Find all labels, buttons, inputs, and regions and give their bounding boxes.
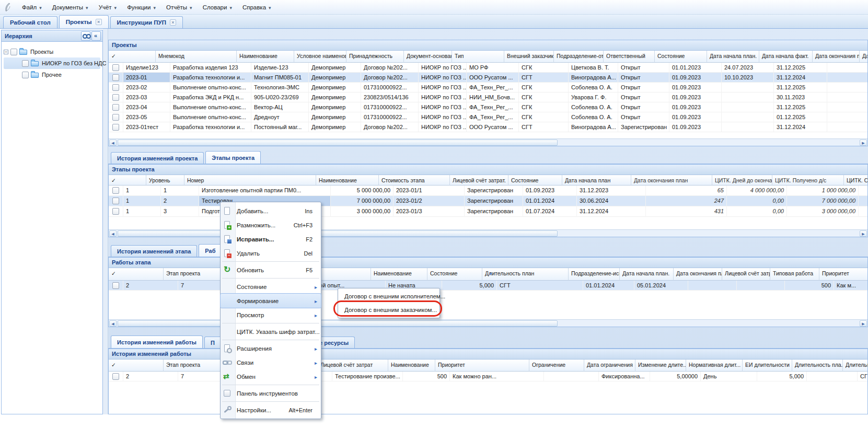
context-menu-item[interactable]: Обмен: [221, 369, 321, 384]
context-menu-item[interactable]: Удалить Del: [221, 246, 321, 260]
window-tab[interactable]: Проекты: [59, 15, 109, 28]
column-header[interactable]: Внешний заказчик: [504, 51, 554, 63]
context-menu-item[interactable]: Связи: [221, 355, 321, 369]
column-header[interactable]: Мнемокод: [156, 51, 237, 63]
search-binoculars-icon[interactable]: [81, 31, 90, 41]
column-header[interactable]: ЦИТК. Получено д/с: [772, 175, 844, 186]
column-header[interactable]: ЦИТК. Осталось получить д/с: [844, 175, 868, 186]
row-checkbox-cell[interactable]: [109, 372, 123, 381]
row-checkbox[interactable]: [112, 64, 119, 71]
column-header[interactable]: Наименование: [316, 175, 379, 186]
column-menu-arrow-icon[interactable]: [488, 271, 494, 277]
context-menu-item[interactable]: Расширения: [221, 341, 321, 355]
menubar-item[interactable]: Документы: [47, 2, 94, 13]
menubar-item[interactable]: Словари: [198, 2, 237, 13]
tree-node-checkbox[interactable]: [22, 72, 29, 78]
column-header[interactable]: ЦИТК. Дней до окончания: [712, 175, 772, 186]
column-header[interactable]: Условное наименова: [294, 51, 346, 63]
scrollbar-thumb[interactable]: [118, 230, 558, 237]
context-menu-item[interactable]: Просмотр: [221, 308, 321, 322]
column-header[interactable]: Ответственный: [604, 51, 655, 63]
context-menu-item[interactable]: Настройки... Alt+Enter: [221, 403, 321, 417]
column-header[interactable]: Документ-основан: [404, 51, 452, 63]
tree-node[interactable]: Прочее: [4, 69, 100, 80]
column-header[interactable]: Дата начала план: [562, 175, 631, 186]
column-header[interactable]: Этап проекта: [164, 268, 229, 281]
horizontal-scrollbar[interactable]: [109, 138, 867, 146]
table-row[interactable]: 2023-04Выполнение опытно-конс... Вектор-…: [109, 102, 867, 112]
scroll-left-icon[interactable]: [109, 230, 117, 237]
column-header[interactable]: Дата окончания план: [674, 268, 722, 281]
column-header[interactable]: Подразделение-от: [554, 51, 604, 63]
row-checkbox[interactable]: [112, 74, 119, 81]
column-header[interactable]: Длительность пла...: [792, 360, 843, 372]
table-row[interactable]: 11 Изготовление опытной партии ПМ0...5 0…: [109, 186, 867, 196]
context-menu-item[interactable]: Добавить... Ins: [221, 204, 321, 218]
context-menu-item[interactable]: Формирование: [221, 294, 321, 308]
tab-close-icon[interactable]: [96, 19, 102, 25]
row-checkbox-cell[interactable]: [109, 102, 123, 112]
column-header[interactable]: Типовая работа: [770, 268, 819, 281]
row-checkbox-cell[interactable]: [109, 206, 123, 217]
column-header[interactable]: Состояние: [508, 175, 562, 186]
column-header[interactable]: Дата окончания пл: [813, 51, 860, 63]
table-row[interactable]: 2023-01Разработка технологии и... Магнит…: [109, 73, 867, 83]
window-tab[interactable]: Рабочий стол: [3, 16, 57, 28]
column-header[interactable]: Дата оконча: [860, 51, 868, 63]
row-checkbox-cell[interactable]: [109, 281, 123, 291]
row-checkbox[interactable]: [112, 208, 119, 215]
section-tab[interactable]: История изменений проекта: [111, 152, 204, 164]
column-header[interactable]: Принадлежность: [346, 51, 404, 63]
column-header[interactable]: Подразделение-исполнитель..: [569, 268, 620, 281]
tree-node[interactable]: Проекты: [4, 46, 100, 57]
context-menu-item[interactable]: Обновить F5: [221, 263, 321, 277]
column-header[interactable]: Дата окончания план: [631, 175, 712, 186]
column-header[interactable]: Тип: [452, 51, 504, 63]
context-menu-item[interactable]: Состояние: [221, 280, 321, 294]
row-checkbox-cell[interactable]: [109, 92, 123, 102]
row-checkbox-cell[interactable]: [109, 63, 123, 73]
context-menu-item[interactable]: Панель инструментов: [221, 386, 321, 400]
column-header[interactable]: Ограничение: [529, 360, 584, 372]
row-checkbox[interactable]: [112, 104, 119, 111]
column-header[interactable]: Стоимость этапа: [379, 175, 450, 186]
column-header[interactable]: Изменение длите...: [635, 360, 686, 372]
row-checkbox[interactable]: [112, 187, 119, 194]
column-header[interactable]: ✓: [109, 268, 164, 281]
menubar-item[interactable]: Отчёты: [161, 2, 198, 13]
menubar-item[interactable]: Учёт: [94, 2, 122, 13]
column-header[interactable]: Приоритет: [435, 360, 529, 372]
section-tab[interactable]: История изменений работы: [111, 335, 203, 348]
sidebar-splitter[interactable]: [103, 29, 108, 414]
column-header[interactable]: Дата начала план.: [707, 51, 759, 63]
column-header[interactable]: Состояние: [427, 268, 482, 281]
column-header[interactable]: Наименование: [388, 360, 435, 372]
scrollbar-thumb[interactable]: [118, 320, 558, 327]
menubar-item[interactable]: Справка: [237, 2, 276, 13]
section-tab[interactable]: История изменений этапа: [111, 245, 197, 257]
tree-node-checkbox[interactable]: [10, 49, 17, 55]
column-header[interactable]: Лицевой счёт затрат.: [450, 175, 508, 186]
tree-node[interactable]: НИОКР по ГОЗ без НДС: [4, 57, 100, 69]
column-header[interactable]: ✓: [109, 51, 156, 63]
column-header[interactable]: Наименование: [237, 51, 294, 63]
scroll-left-icon[interactable]: [109, 320, 117, 327]
scrollbar-thumb[interactable]: [118, 140, 558, 146]
column-header[interactable]: ЕИ длительности: [743, 360, 792, 372]
tree-expander-icon[interactable]: [4, 50, 8, 54]
section-tab[interactable]: Этапы проекта: [205, 151, 261, 164]
column-header[interactable]: Дата начала факт.: [759, 51, 813, 63]
column-header[interactable]: ✓: [109, 175, 146, 186]
row-checkbox-cell[interactable]: [109, 112, 123, 122]
column-header[interactable]: Уровень: [146, 175, 184, 186]
menubar-item[interactable]: Файл: [17, 2, 47, 13]
row-checkbox[interactable]: [112, 94, 119, 101]
tree-node-checkbox[interactable]: [22, 60, 29, 67]
scroll-right-icon[interactable]: [860, 320, 867, 327]
row-checkbox-cell[interactable]: [109, 73, 123, 83]
section-tab[interactable]: Раб: [199, 244, 222, 257]
table-row[interactable]: 2023-05Выполнение опытно-конс... Дредноу…: [109, 112, 867, 122]
column-header[interactable]: Этап проекта: [164, 360, 229, 372]
menubar-item[interactable]: Функции: [122, 2, 161, 13]
column-header[interactable]: Длительность план: [482, 268, 569, 281]
